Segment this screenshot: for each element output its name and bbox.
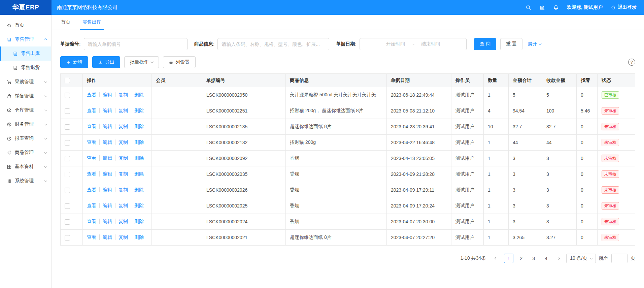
- view-link[interactable]: 查看: [87, 234, 96, 240]
- sidebar-item-product-management[interactable]: 商品管理: [0, 146, 51, 160]
- sidebar-item-home[interactable]: 首页: [0, 18, 51, 32]
- date-separator: ~: [412, 41, 414, 47]
- export-button[interactable]: 导出: [92, 56, 120, 68]
- expand-link[interactable]: 展开: [528, 41, 541, 47]
- copy-link[interactable]: 复制: [115, 171, 128, 177]
- sidebar-item-retail-return[interactable]: 零售退货: [0, 61, 51, 75]
- delete-link[interactable]: 删除: [131, 171, 144, 177]
- bill-no-cell: LSCK00000002092: [202, 151, 286, 166]
- date-range-picker[interactable]: 开始时间 ~ 结束时间: [360, 38, 467, 50]
- edit-link[interactable]: 编辑: [99, 234, 112, 240]
- received-cell: 100: [542, 103, 577, 119]
- delete-link[interactable]: 删除: [131, 187, 144, 192]
- bank-icon[interactable]: [539, 5, 545, 10]
- view-link[interactable]: 查看: [87, 139, 96, 145]
- jump-page-input[interactable]: [611, 254, 628, 263]
- copy-link[interactable]: 复制: [115, 92, 128, 97]
- row-checkbox[interactable]: [65, 172, 70, 177]
- view-link[interactable]: 查看: [87, 92, 96, 97]
- search-icon[interactable]: [526, 5, 531, 10]
- edit-link[interactable]: 编辑: [99, 92, 112, 97]
- edit-link[interactable]: 编辑: [99, 108, 112, 113]
- page-button[interactable]: 1: [504, 254, 513, 263]
- page-button[interactable]: 3: [529, 254, 538, 263]
- batch-actions-button[interactable]: 批量操作: [124, 56, 159, 68]
- delete-link[interactable]: 删除: [131, 108, 144, 113]
- sidebar-item-basic-data[interactable]: 基本资料: [0, 160, 51, 174]
- row-checkbox[interactable]: [65, 156, 70, 161]
- help-icon[interactable]: ?: [628, 59, 635, 66]
- row-checkbox[interactable]: [65, 108, 70, 114]
- select-all-checkbox[interactable]: [65, 78, 70, 83]
- delete-link[interactable]: 删除: [131, 234, 144, 240]
- sidebar-item-system-management[interactable]: 系统管理: [0, 174, 51, 188]
- next-page-button[interactable]: [554, 254, 563, 263]
- row-checkbox[interactable]: [65, 235, 70, 241]
- edit-link[interactable]: 编辑: [99, 187, 112, 192]
- sidebar-item-retail-management[interactable]: 零售管理: [0, 32, 51, 46]
- view-link[interactable]: 查看: [87, 203, 96, 208]
- delete-link[interactable]: 删除: [131, 219, 144, 224]
- operator-cell: 测试用户: [451, 182, 484, 198]
- row-checkbox[interactable]: [65, 124, 70, 130]
- view-link[interactable]: 查看: [87, 155, 96, 161]
- sidebar-item-retail-outbound[interactable]: 零售出库: [0, 46, 51, 61]
- operator-cell: 测试用户: [451, 119, 484, 135]
- copy-link[interactable]: 复制: [115, 108, 128, 113]
- view-link[interactable]: 查看: [87, 219, 96, 224]
- page-button[interactable]: 2: [516, 254, 526, 263]
- page-size-select[interactable]: 10 条/页: [566, 254, 596, 263]
- add-button[interactable]: 新增: [60, 56, 88, 68]
- sidebar-item-warehouse-management[interactable]: 仓库管理: [0, 103, 51, 117]
- sidebar-item-purchase-management[interactable]: 采购管理: [0, 75, 51, 89]
- row-checkbox[interactable]: [65, 203, 70, 209]
- view-link[interactable]: 查看: [87, 187, 96, 192]
- copy-link[interactable]: 复制: [115, 124, 128, 129]
- copy-link[interactable]: 复制: [115, 187, 128, 192]
- delete-link[interactable]: 删除: [131, 139, 144, 145]
- search-button[interactable]: 查 询: [474, 38, 496, 50]
- copy-link[interactable]: 复制: [115, 203, 128, 208]
- prev-page-button[interactable]: [492, 254, 501, 263]
- row-checkbox[interactable]: [65, 140, 70, 146]
- total-cell: 3.265: [509, 230, 542, 246]
- row-checkbox[interactable]: [65, 219, 70, 225]
- row-checkbox[interactable]: [65, 188, 70, 193]
- total-cell: 3: [509, 198, 542, 214]
- edit-link[interactable]: 编辑: [99, 203, 112, 208]
- logout-button[interactable]: 退出登录: [611, 4, 637, 10]
- page-button[interactable]: 4: [541, 254, 551, 263]
- product-info-input[interactable]: [217, 38, 329, 50]
- view-link[interactable]: 查看: [87, 124, 96, 129]
- copy-link[interactable]: 复制: [115, 155, 128, 161]
- row-checkbox[interactable]: [65, 93, 70, 98]
- edit-link[interactable]: 编辑: [99, 219, 112, 224]
- column-settings-button[interactable]: 列设置: [163, 56, 196, 68]
- delete-link[interactable]: 删除: [131, 124, 144, 129]
- bill-no-input[interactable]: [84, 38, 188, 50]
- edit-link[interactable]: 编辑: [99, 155, 112, 161]
- copy-link[interactable]: 复制: [115, 139, 128, 145]
- edit-link[interactable]: 编辑: [99, 139, 112, 145]
- copy-link[interactable]: 复制: [115, 219, 128, 224]
- view-link[interactable]: 查看: [87, 171, 96, 177]
- date-cell: 2023-04-22 16:46:48: [387, 135, 451, 151]
- edit-link[interactable]: 编辑: [99, 171, 112, 177]
- sidebar-item-sales-management[interactable]: 销售管理: [0, 89, 51, 103]
- delete-link[interactable]: 删除: [131, 203, 144, 208]
- sidebar-item-finance-management[interactable]: 财务管理: [0, 117, 51, 131]
- table-body: 查看编辑复制删除 LSCK00000002950 美汁源果粒橙 500ml 美汁…: [61, 87, 635, 246]
- tab-home[interactable]: 首页: [61, 15, 70, 30]
- delete-link[interactable]: 删除: [131, 92, 144, 97]
- tab-retail-outbound[interactable]: 零售出库: [82, 15, 101, 30]
- delete-link[interactable]: 删除: [131, 155, 144, 161]
- view-link[interactable]: 查看: [87, 108, 96, 113]
- total-cell: 5: [509, 87, 542, 103]
- app-logo[interactable]: 华夏ERP: [0, 0, 52, 15]
- bell-icon[interactable]: [553, 5, 559, 10]
- product-cell: 招财猫 200g， 超迷你维达面纸 8片: [290, 108, 382, 114]
- reset-button[interactable]: 重 置: [500, 38, 522, 50]
- copy-link[interactable]: 复制: [115, 234, 128, 240]
- edit-link[interactable]: 编辑: [99, 124, 112, 129]
- sidebar-item-report-query[interactable]: 报表查询: [0, 131, 51, 146]
